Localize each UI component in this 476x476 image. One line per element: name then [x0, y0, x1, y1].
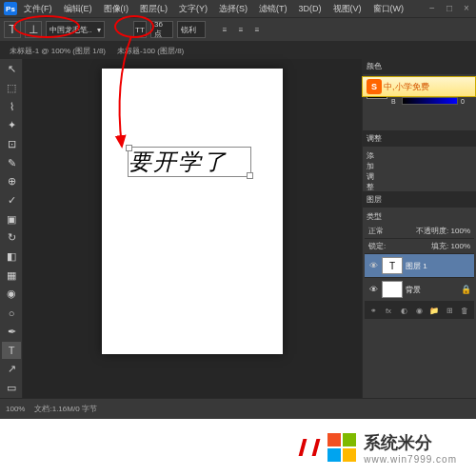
layer-name-bg[interactable]: 背景 — [406, 285, 421, 295]
menu-image[interactable]: 图像(I) — [99, 1, 134, 17]
document-tabs: 未标题-1 @ 100% (图层 1/8) 未标题-100 (图层/8) — [0, 42, 476, 59]
dodge-tool-icon[interactable]: ○ — [2, 305, 21, 322]
lock-icon: 🔒 — [460, 284, 471, 295]
font-size-icon: TT — [133, 21, 147, 38]
text-orientation-icon[interactable]: ⊥ — [25, 21, 42, 38]
banner-text: 中,小学免费 — [384, 81, 429, 93]
eraser-tool-icon[interactable]: ◧ — [2, 248, 21, 266]
shape-tool-icon[interactable]: ▭ — [2, 379, 21, 396]
document-tab-2[interactable]: 未标题-100 (图层/8) — [111, 44, 189, 58]
menu-3d[interactable]: 3D(D) — [294, 2, 327, 15]
minimize-icon[interactable]: − — [426, 2, 438, 13]
chevron-down-icon: ▾ — [97, 26, 101, 34]
menu-layer[interactable]: 图层(L) — [135, 1, 172, 17]
menu-bar: Ps 文件(F) 编辑(E) 图像(I) 图层(L) 文字(Y) 选择(S) 滤… — [0, 0, 476, 17]
align-center-icon[interactable]: ≡ — [233, 22, 248, 37]
opacity-label: 不透明度: — [416, 227, 448, 235]
crop-tool-icon[interactable]: ⊡ — [2, 136, 21, 153]
healing-tool-icon[interactable]: ⊕ — [2, 173, 21, 190]
ad-banner[interactable]: S 中,小学免费 — [362, 76, 476, 97]
blend-mode-dropdown[interactable]: 正常 — [368, 226, 384, 236]
opacity-value[interactable]: 100% — [451, 227, 470, 235]
lock-label: 锁定: — [368, 241, 386, 251]
menu-select[interactable]: 选择(S) — [214, 1, 252, 17]
layer-mask-icon[interactable]: ◐ — [398, 305, 409, 316]
brush-tool-icon[interactable]: ✓ — [2, 192, 21, 209]
path-tool-icon[interactable]: ↗ — [2, 361, 21, 378]
b-label: B — [391, 98, 399, 105]
eyedropper-tool-icon[interactable]: ✎ — [2, 154, 21, 171]
document-info: 文档:1.16M/0 字节 — [34, 404, 96, 414]
menu-type[interactable]: 文字(Y) — [174, 1, 212, 17]
adjustment-layer-icon[interactable]: ◉ — [413, 305, 425, 316]
maximize-icon[interactable]: □ — [444, 2, 455, 13]
layers-panel-tab[interactable]: 图层 — [363, 192, 386, 208]
wand-tool-icon[interactable]: ✦ — [2, 117, 21, 134]
layer-fx-icon[interactable]: fx — [383, 305, 394, 316]
font-family-dropdown[interactable]: 中国龙毛笔..▾ — [46, 21, 105, 38]
ps-logo-icon: Ps — [4, 2, 17, 15]
tools-panel: ↖ ⬚ ⌇ ✦ ⊡ ✎ ⊕ ✓ ▣ ↻ ◧ ▦ ◉ ○ ✒ T ↗ ▭ — [0, 59, 23, 398]
visibility-icon[interactable]: 👁 — [367, 260, 379, 271]
blur-tool-icon[interactable]: ◉ — [2, 286, 21, 303]
footer-url: www.win7999.com — [364, 454, 457, 465]
align-right-icon[interactable]: ≡ — [249, 22, 265, 37]
align-left-icon[interactable]: ≡ — [217, 22, 232, 37]
b-slider[interactable] — [402, 97, 458, 105]
lasso-tool-icon[interactable]: ⌇ — [2, 98, 21, 115]
watermark-footer: 系统米分 www.win7999.com — [0, 419, 476, 476]
color-panel-tab[interactable]: 颜色 — [363, 59, 386, 74]
type-tool-icon[interactable]: T — [4, 21, 21, 38]
canvas[interactable]: 要开学了 — [102, 69, 283, 354]
close-icon[interactable]: × — [461, 2, 472, 13]
options-bar: T ⊥ 中国龙毛笔..▾ TT 36点 锐利 ≡ ≡ ≡ — [0, 17, 476, 42]
visibility-icon[interactable]: 👁 — [367, 284, 379, 295]
stamp-tool-icon[interactable]: ▣ — [2, 210, 21, 228]
chevron-icon — [312, 439, 321, 456]
layer-row-bg[interactable]: 👁 背景 🔒 — [365, 278, 474, 302]
fill-value[interactable]: 100% — [451, 242, 470, 250]
footer-brand: 系统米分 — [364, 431, 457, 454]
banner-logo-icon: S — [367, 79, 382, 94]
antialias-dropdown[interactable]: 锐利 — [177, 21, 206, 38]
fill-label: 填充: — [431, 242, 448, 250]
text-bounding-box[interactable]: 要开学了 — [128, 147, 251, 177]
marquee-tool-icon[interactable]: ⬚ — [2, 80, 21, 97]
zoom-level[interactable]: 100% — [6, 405, 25, 413]
layer-name[interactable]: 图层 1 — [406, 261, 427, 271]
microsoft-logo-icon — [327, 433, 356, 462]
adjustments-label: 添加调整 — [367, 150, 374, 192]
layers-panel: 类型 正常 不透明度: 100% 锁定: 填充: 100% 👁 T 图层 1 👁 — [363, 208, 476, 398]
b-value[interactable]: 0 — [461, 98, 472, 105]
adjustments-panel: 添加调整 ☀ ▲ ⎋ ☒ ▽ ▣ ◐ ◧ ◉ ⊞ — [363, 147, 476, 192]
layers-buttons: ⚭ fx ◐ ◉ 📁 ⊞ 🗑 — [365, 302, 474, 319]
document-tab[interactable]: 未标题-1 @ 100% (图层 1/8) — [4, 44, 111, 58]
font-name: 中国龙毛笔.. — [50, 25, 91, 35]
chevron-icon — [299, 439, 307, 456]
history-brush-icon[interactable]: ↻ — [2, 229, 21, 247]
group-icon[interactable]: 📁 — [428, 305, 440, 316]
layer-row-text[interactable]: 👁 T 图层 1 — [365, 254, 474, 278]
canvas-text[interactable]: 要开学了 — [129, 148, 250, 176]
new-layer-icon[interactable]: ⊞ — [444, 305, 455, 316]
menu-edit[interactable]: 编辑(E) — [59, 1, 97, 17]
adjustments-panel-tab[interactable]: 调整 — [363, 131, 386, 147]
font-size-input[interactable]: 36点 — [150, 21, 173, 38]
menu-file[interactable]: 文件(F) — [19, 1, 57, 17]
layer-thumb-text[interactable]: T — [382, 257, 403, 274]
status-bar: 100% 文档:1.16M/0 字节 — [0, 398, 476, 419]
link-layers-icon[interactable]: ⚭ — [367, 305, 379, 316]
canvas-viewport[interactable]: 要开学了 — [23, 59, 362, 398]
right-panel-group: 颜色 R0 G0 B0 调整 添加调整 ☀ ▲ ⎋ — [362, 59, 476, 398]
menu-filter[interactable]: 滤镜(T) — [254, 1, 292, 17]
move-tool-icon[interactable]: ↖ — [2, 61, 21, 78]
pen-tool-icon[interactable]: ✒ — [2, 323, 21, 340]
layer-thumb-bg[interactable] — [382, 281, 403, 298]
delete-layer-icon[interactable]: 🗑 — [459, 305, 470, 316]
type-tool-icon[interactable]: T — [2, 342, 21, 359]
layer-kind-label: 类型 — [367, 211, 382, 222]
menu-window[interactable]: 窗口(W) — [368, 1, 409, 17]
gradient-tool-icon[interactable]: ▦ — [2, 267, 21, 284]
menu-view[interactable]: 视图(V) — [328, 1, 367, 17]
